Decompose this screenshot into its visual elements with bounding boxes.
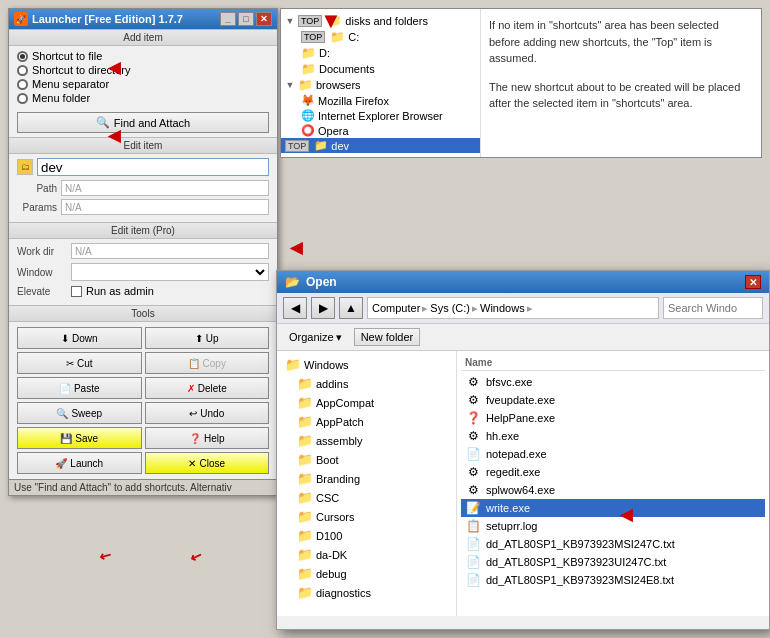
find-attach-button[interactable]: 🔍 Find and Attach: [17, 112, 269, 133]
tree-item-documents[interactable]: 📁 Documents: [281, 61, 480, 77]
close-window-button[interactable]: ✕: [256, 12, 272, 26]
path-input[interactable]: [61, 180, 269, 196]
help-button[interactable]: ❓ Help: [145, 427, 270, 449]
folder-item-windows[interactable]: 📁 Windows: [277, 355, 456, 374]
info-text-1: If no item in "shortcuts" area has been …: [489, 17, 753, 67]
folder-item-branding[interactable]: 📁 Branding: [277, 469, 456, 488]
file-label-notepad: notepad.exe: [486, 448, 547, 460]
new-folder-button[interactable]: New folder: [354, 328, 421, 346]
maximize-button[interactable]: □: [238, 12, 254, 26]
radio-shortcut-dir[interactable]: Shortcut to directory: [17, 64, 269, 76]
edit-item-pro-label: Edit item (Pro): [9, 222, 277, 239]
search-input[interactable]: [663, 297, 763, 319]
sweep-button[interactable]: 🔍 Sweep: [17, 402, 142, 424]
file-item-fveupdate[interactable]: ⚙ fveupdate.exe: [461, 391, 765, 409]
file-item-dd2[interactable]: 📄 dd_ATL80SP1_KB973923UI247C.txt: [461, 553, 765, 571]
path-label: Path: [17, 183, 57, 194]
tree-item-ie[interactable]: 🌐 Internet Explorer Browser: [281, 108, 480, 123]
file-item-notepad[interactable]: 📄 notepad.exe: [461, 445, 765, 463]
breadcrumb-windows[interactable]: Windows: [480, 302, 525, 314]
workdir-input[interactable]: [71, 243, 269, 259]
file-item-helppane[interactable]: ❓ HelpPane.exe: [461, 409, 765, 427]
firefox-icon: 🦊: [301, 94, 315, 107]
up-nav-button[interactable]: ▲: [339, 297, 363, 319]
folder-icon-dev: 📁: [314, 139, 328, 152]
back-button[interactable]: ◀: [283, 297, 307, 319]
params-input[interactable]: [61, 199, 269, 215]
copy-button[interactable]: 📋 Copy: [145, 352, 270, 374]
folder-item-diagnostics[interactable]: 📁 diagnostics: [277, 583, 456, 602]
delete-button[interactable]: ✗ Delete: [145, 377, 270, 399]
file-label-dd2: dd_ATL80SP1_KB973923UI247C.txt: [486, 556, 666, 568]
pro-section: Work dir Window Elevate Run as admin: [9, 239, 277, 305]
tree-item-browsers[interactable]: ▼ 📁 browsers: [281, 77, 480, 93]
radio-shortcut-file[interactable]: Shortcut to file: [17, 50, 269, 62]
tools-grid: ⬇ Down ⬆ Up ✂ Cut 📋 Copy 📄 Paste ✗ Delet…: [9, 322, 277, 479]
info-panel: If no item in "shortcuts" area has been …: [481, 9, 761, 157]
window-title: Launcher [Free Edition] 1.7.7: [32, 13, 183, 25]
launch-button[interactable]: 🚀 Launch: [17, 452, 142, 474]
file-item-splwow64[interactable]: ⚙ splwow64.exe: [461, 481, 765, 499]
folder-item-cursors[interactable]: 📁 Cursors: [277, 507, 456, 526]
folder-item-d100[interactable]: 📁 D100: [277, 526, 456, 545]
name-column-header: Name: [461, 355, 765, 371]
file-item-dd1[interactable]: 📄 dd_ATL80SP1_KB973923MSI247C.txt: [461, 535, 765, 553]
file-label-regedit: regedit.exe: [486, 466, 540, 478]
file-item-write[interactable]: 📝 write.exe: [461, 499, 765, 517]
file-item-hh[interactable]: ⚙ hh.exe: [461, 427, 765, 445]
file-label-hh: hh.exe: [486, 430, 519, 442]
paste-button[interactable]: 📄 Paste: [17, 377, 142, 399]
cut-button[interactable]: ✂ Cut: [17, 352, 142, 374]
folder-icon-addins: 📁: [297, 376, 313, 391]
window-select[interactable]: [71, 263, 269, 281]
sep2: ▸: [472, 302, 478, 315]
folder-item-dadk[interactable]: 📁 da-DK: [277, 545, 456, 564]
edit-name-input[interactable]: [37, 158, 269, 176]
save-button[interactable]: 💾 Save: [17, 427, 142, 449]
file-label-write: write.exe: [486, 502, 530, 514]
dialog-title-text: Open: [306, 275, 337, 289]
tree-label-ie: Internet Explorer Browser: [318, 110, 443, 122]
breadcrumb-sys[interactable]: Sys (C:): [430, 302, 470, 314]
file-item-bfsvc[interactable]: ⚙ bfsvc.exe: [461, 373, 765, 391]
workdir-label: Work dir: [17, 246, 67, 257]
file-item-setuprr[interactable]: 📋 setuprr.log: [461, 517, 765, 535]
run-as-admin-checkbox[interactable]: [71, 286, 82, 297]
radio-menu-folder[interactable]: Menu folder: [17, 92, 269, 104]
folder-item-csc[interactable]: 📁 CSC: [277, 488, 456, 507]
tree-item-dev[interactable]: TOP 📁 dev: [281, 138, 480, 153]
minimize-button[interactable]: _: [220, 12, 236, 26]
tree-item-opera[interactable]: ⭕ Opera: [281, 123, 480, 138]
tree-label-browsers: browsers: [316, 79, 361, 91]
folder-item-assembly[interactable]: 📁 assembly: [277, 431, 456, 450]
folder-icon-browsers: 📁: [298, 78, 313, 92]
dialog-close-button[interactable]: ✕: [745, 275, 761, 289]
tree-info-layout: ▼ TOP 📁 disks and folders TOP 📁 C: 📁 D: …: [281, 9, 761, 157]
exe-icon-write: 📝: [465, 501, 481, 515]
close-button[interactable]: ✕ Close: [145, 452, 270, 474]
organize-button[interactable]: Organize ▾: [285, 329, 346, 346]
sep1: ▸: [422, 302, 428, 315]
file-item-dd3[interactable]: 📄 dd_ATL80SP1_KB973923MSI24E8.txt: [461, 571, 765, 589]
file-item-regedit[interactable]: ⚙ regedit.exe: [461, 463, 765, 481]
folder-item-apppatch[interactable]: 📁 AppPatch: [277, 412, 456, 431]
folder-item-boot[interactable]: 📁 Boot: [277, 450, 456, 469]
tree-item-c[interactable]: TOP 📁 C:: [281, 29, 480, 45]
radio-menu-sep[interactable]: Menu separator: [17, 78, 269, 90]
arrow-dev: ◀: [290, 238, 302, 257]
file-label-helppane: HelpPane.exe: [486, 412, 555, 424]
folder-item-addins[interactable]: 📁 addins: [277, 374, 456, 393]
tree-item-firefox[interactable]: 🦊 Mozilla Firefox: [281, 93, 480, 108]
breadcrumb-computer[interactable]: Computer: [372, 302, 420, 314]
tree-item-d[interactable]: 📁 D:: [281, 45, 480, 61]
down-button[interactable]: ⬇ Down: [17, 327, 142, 349]
forward-button[interactable]: ▶: [311, 297, 335, 319]
folder-item-debug[interactable]: 📁 debug: [277, 564, 456, 583]
folder-item-appcompat[interactable]: 📁 AppCompat: [277, 393, 456, 412]
down-icon: ⬇: [61, 333, 69, 344]
undo-button[interactable]: ↩ Undo: [145, 402, 270, 424]
tools-section-label: Tools: [9, 305, 277, 322]
tree-item-disks[interactable]: ▼ TOP 📁 disks and folders: [281, 13, 480, 29]
organize-label: Organize: [289, 331, 334, 343]
up-button[interactable]: ⬆ Up: [145, 327, 270, 349]
